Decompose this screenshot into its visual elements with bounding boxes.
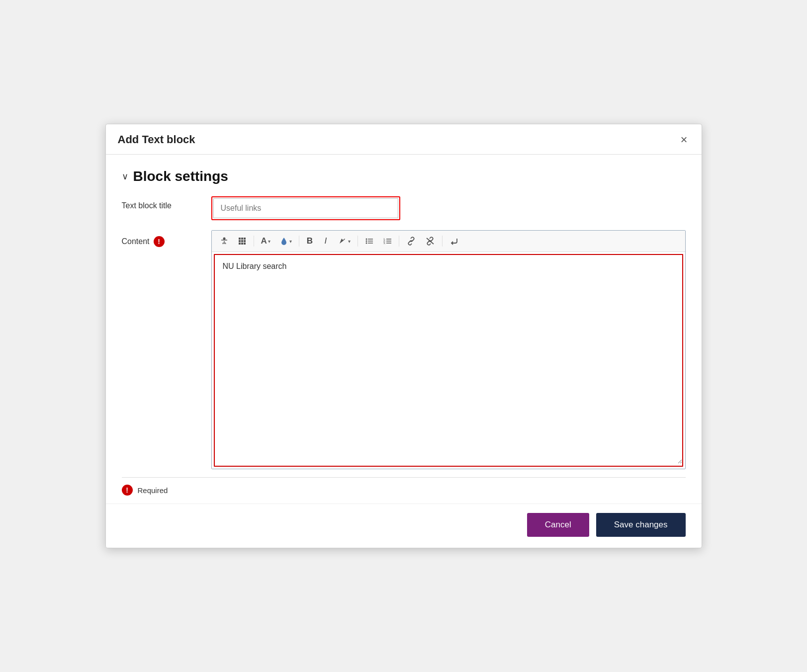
svg-rect-8 <box>241 243 243 245</box>
toolbar-sep-1 <box>254 236 254 247</box>
svg-text:3.: 3. <box>383 242 386 245</box>
modal-title: Add Text block <box>118 133 195 146</box>
required-label: Required <box>138 486 168 495</box>
unlink-toolbar-btn[interactable] <box>421 234 439 248</box>
grid-toolbar-btn[interactable] <box>234 234 251 248</box>
return-icon <box>449 237 458 246</box>
svg-rect-6 <box>244 240 246 242</box>
modal-header: Add Text block × <box>106 124 702 155</box>
collapse-chevron-icon[interactable]: ∨ <box>122 171 128 182</box>
unlink-icon <box>425 237 435 246</box>
cancel-button[interactable]: Cancel <box>527 513 589 537</box>
link-icon <box>406 237 416 246</box>
add-text-block-modal: Add Text block × ∨ Block settings Text b… <box>105 124 702 548</box>
svg-point-11 <box>365 241 367 242</box>
color-arrow-icon: ▾ <box>289 239 292 244</box>
editor-content-border: NU Library search <box>214 254 683 467</box>
bold-icon: B <box>307 236 313 246</box>
font-toolbar-btn[interactable]: A ▾ <box>257 234 274 249</box>
svg-rect-4 <box>239 240 241 242</box>
title-input-border <box>211 196 400 220</box>
section-header: ∨ Block settings <box>122 168 686 184</box>
font-icon: A <box>261 236 267 246</box>
toolbar-sep-4 <box>399 236 399 247</box>
grid-icon <box>238 237 247 246</box>
title-label: Text block title <box>122 196 201 210</box>
required-row: ! Required <box>122 477 686 496</box>
color-toolbar-btn[interactable]: ▾ <box>275 234 296 248</box>
svg-point-12 <box>365 243 367 244</box>
content-label: Content <box>122 237 150 246</box>
content-editor[interactable]: NU Library search <box>215 255 682 464</box>
editor-toolbar: A ▾ ▾ B I <box>212 231 685 252</box>
save-changes-button[interactable]: Save changes <box>596 513 686 537</box>
svg-rect-1 <box>239 238 241 240</box>
block-settings-title: Block settings <box>133 168 228 184</box>
modal-footer: Cancel Save changes <box>106 504 702 548</box>
pen-icon <box>338 237 347 246</box>
content-row: Content ! <box>122 230 686 469</box>
svg-rect-3 <box>244 238 246 240</box>
editor-wrap: A ▾ ▾ B I <box>211 230 686 469</box>
content-error-icon: ! <box>154 236 165 247</box>
modal-body: ∨ Block settings Text block title Conten… <box>106 155 702 504</box>
required-error-icon: ! <box>122 485 133 496</box>
italic-icon: I <box>324 236 327 246</box>
svg-rect-2 <box>241 238 243 240</box>
svg-rect-7 <box>239 243 241 245</box>
svg-point-10 <box>365 239 367 240</box>
accessibility-icon <box>220 237 229 246</box>
italic-toolbar-btn[interactable]: I <box>318 234 333 249</box>
svg-point-0 <box>223 238 225 240</box>
title-input-wrap <box>211 196 686 220</box>
numbered-list-icon: 1. 2. 3. <box>383 237 392 246</box>
toolbar-sep-2 <box>299 236 299 247</box>
title-row: Text block title <box>122 196 686 220</box>
bold-toolbar-btn[interactable]: B <box>302 234 317 249</box>
pen-toolbar-btn[interactable]: ▾ <box>334 234 355 248</box>
font-arrow-icon: ▾ <box>268 239 270 244</box>
close-button[interactable]: × <box>678 134 689 146</box>
title-input[interactable] <box>213 198 398 218</box>
return-toolbar-btn[interactable] <box>446 234 462 248</box>
svg-rect-5 <box>241 240 243 242</box>
content-label-wrap: Content ! <box>122 230 201 247</box>
bullet-list-icon <box>365 237 374 246</box>
toolbar-sep-5 <box>442 236 443 247</box>
bullet-list-toolbar-btn[interactable] <box>361 234 378 248</box>
pen-arrow-icon: ▾ <box>348 239 351 244</box>
numbered-list-toolbar-btn[interactable]: 1. 2. 3. <box>379 234 396 248</box>
link-toolbar-btn[interactable] <box>402 234 420 248</box>
toolbar-sep-3 <box>358 236 358 247</box>
svg-rect-9 <box>244 243 246 245</box>
accessibility-toolbar-btn[interactable] <box>216 234 233 248</box>
color-drop-icon <box>279 237 288 246</box>
